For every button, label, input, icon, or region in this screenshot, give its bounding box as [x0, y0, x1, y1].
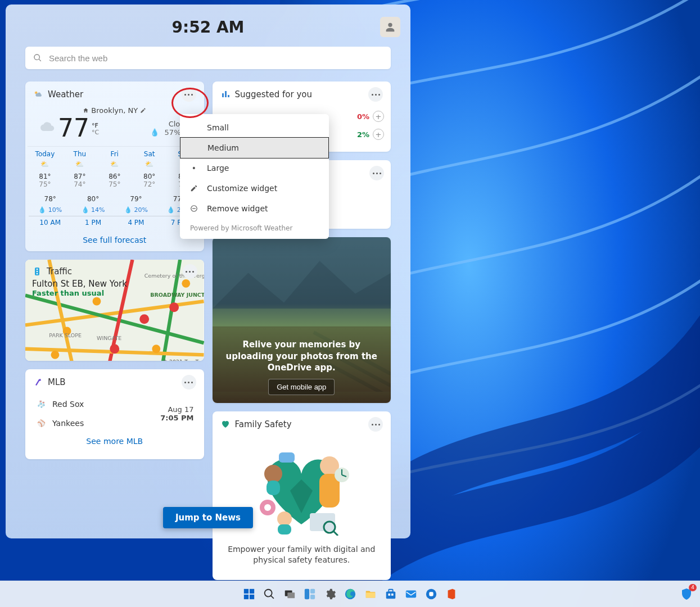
weather-title: Weather [48, 89, 83, 99]
cloud-icon [35, 120, 57, 136]
svg-rect-54 [386, 591, 395, 599]
svg-rect-49 [304, 589, 309, 599]
mail-button[interactable] [403, 586, 419, 603]
svg-rect-45 [243, 595, 248, 599]
weather-location: Brooklyn, NY [91, 106, 138, 115]
profile-button[interactable] [380, 17, 400, 37]
search-bar[interactable] [25, 47, 391, 69]
remove-icon [188, 203, 200, 214]
svg-point-3 [169, 302, 179, 312]
add-icon[interactable]: + [373, 129, 384, 140]
menu-large[interactable]: •Large [180, 158, 329, 178]
family-icon [220, 419, 231, 429]
drop-icon: 💧 [150, 128, 159, 137]
settings-button[interactable] [322, 586, 338, 603]
see-more-mlb-link[interactable]: See more MLB [86, 437, 143, 446]
traffic-more-button[interactable] [183, 264, 197, 279]
security-tray-icon[interactable]: 4 [678, 585, 696, 603]
weather-temp: 77 [58, 116, 89, 141]
svg-line-39 [333, 531, 338, 536]
weather-widget[interactable]: Weather Brooklyn, NY 77 °F [25, 81, 204, 251]
family-caption: Empower your family with digital and phy… [213, 544, 391, 565]
forecast-hour[interactable]: 80°💧 14%1 PM [71, 195, 114, 227]
svg-rect-44 [249, 589, 254, 594]
forecast-day[interactable]: Fri ⛅ 86°75° [97, 150, 132, 188]
svg-point-8 [51, 351, 60, 359]
svg-text:WINGATE: WINGATE [97, 335, 121, 341]
suggested-more-button[interactable] [368, 87, 383, 102]
mlb-widget[interactable]: MLB 🧦 Red Sox ⚾ Yankees [25, 369, 204, 459]
tips-more-button[interactable] [369, 166, 384, 180]
forecast-hour[interactable]: 79°💧 20%4 PM [115, 195, 157, 227]
svg-point-18 [37, 273, 38, 275]
traffic-status: Faster than usual [32, 289, 197, 297]
svg-point-7 [152, 345, 160, 353]
taskbar-search-button[interactable] [261, 586, 278, 603]
menu-remove[interactable]: Remove widget [180, 198, 329, 219]
forecast-hour[interactable]: 78°💧 10%10 AM [29, 195, 71, 227]
widgets-button[interactable] [301, 586, 318, 603]
bullet-icon: • [188, 163, 200, 173]
forecast-day[interactable]: Sat ⛅ 80°72° [132, 150, 167, 188]
svg-point-26 [264, 465, 282, 483]
family-more-button[interactable] [368, 417, 383, 432]
svg-rect-56 [388, 594, 390, 596]
office-button[interactable] [443, 586, 460, 603]
traffic-title: Traffic [47, 266, 72, 277]
pencil-icon [188, 183, 200, 193]
svg-rect-53 [365, 592, 375, 597]
svg-rect-43 [243, 589, 248, 594]
edge-button[interactable] [342, 586, 359, 603]
svg-rect-48 [287, 592, 295, 598]
suggested-icon [220, 89, 231, 99]
weather-more-button[interactable] [182, 87, 196, 102]
app-button[interactable] [423, 586, 440, 603]
forecast-day[interactable]: Today ⛅ 81°75° [28, 150, 62, 188]
clock: 9:52 AM [25, 18, 391, 37]
weather-humidity: 57% [165, 128, 181, 137]
svg-point-30 [277, 511, 292, 526]
svg-point-33 [264, 504, 271, 511]
svg-rect-27 [267, 481, 280, 495]
temp-units[interactable]: °F °C [92, 123, 99, 136]
menu-medium[interactable]: Medium [180, 137, 329, 158]
family-title: Family Safety [235, 419, 292, 429]
svg-rect-51 [310, 595, 314, 599]
suggested-title: Suggested for you [235, 89, 312, 99]
traffic-widget[interactable]: © 2021 TomTom Cemetery of the Evergreens… [25, 260, 204, 361]
team-name: Red Sox [52, 400, 84, 409]
photos-caption: Relive your memories by uploading your p… [220, 339, 383, 373]
family-widget[interactable]: Family Safety E [213, 411, 391, 580]
team-row: 🧦 Red Sox [35, 398, 84, 410]
menu-customize[interactable]: Customize widget [180, 178, 329, 198]
start-button[interactable] [241, 586, 258, 603]
jump-to-news-button[interactable]: Jump to News [163, 507, 253, 528]
svg-point-17 [37, 271, 38, 273]
photos-widget[interactable]: Relive your memories by uploading your p… [213, 237, 391, 403]
svg-rect-50 [310, 589, 314, 594]
full-forecast-link[interactable]: See full forecast [83, 235, 146, 244]
svg-rect-57 [391, 594, 393, 596]
game-date: Aug 17 [160, 405, 193, 414]
svg-text:© 2021 TomTom: © 2021 TomTom [162, 359, 204, 361]
traffic-icon [32, 266, 42, 277]
mlb-more-button[interactable] [182, 375, 196, 389]
weather-daily-row: Today ⛅ 81°75°Thu ⛅ 87°74°Fri ⛅ 86°75°Sa… [28, 146, 202, 188]
weather-location-row[interactable]: Brooklyn, NY [25, 106, 204, 115]
forecast-day[interactable]: Thu ⛅ 87°74° [62, 150, 97, 188]
yankees-logo-icon: ⚾ [35, 418, 47, 429]
explorer-button[interactable] [362, 586, 379, 603]
svg-text:PARK SLOPE: PARK SLOPE [49, 332, 82, 338]
task-view-button[interactable] [281, 586, 298, 603]
sports-icon [33, 377, 43, 387]
store-button[interactable] [382, 586, 399, 603]
edit-icon[interactable] [140, 107, 146, 114]
menu-small[interactable]: Small [180, 117, 329, 138]
team-name: Yankees [52, 419, 84, 428]
get-mobile-app-button[interactable]: Get mobile app [268, 379, 335, 395]
svg-point-16 [37, 269, 38, 270]
svg-point-2 [139, 314, 149, 324]
search-input[interactable] [48, 53, 383, 64]
traffic-route: Fulton St EB, New York [32, 279, 197, 289]
add-icon[interactable]: + [373, 111, 384, 122]
